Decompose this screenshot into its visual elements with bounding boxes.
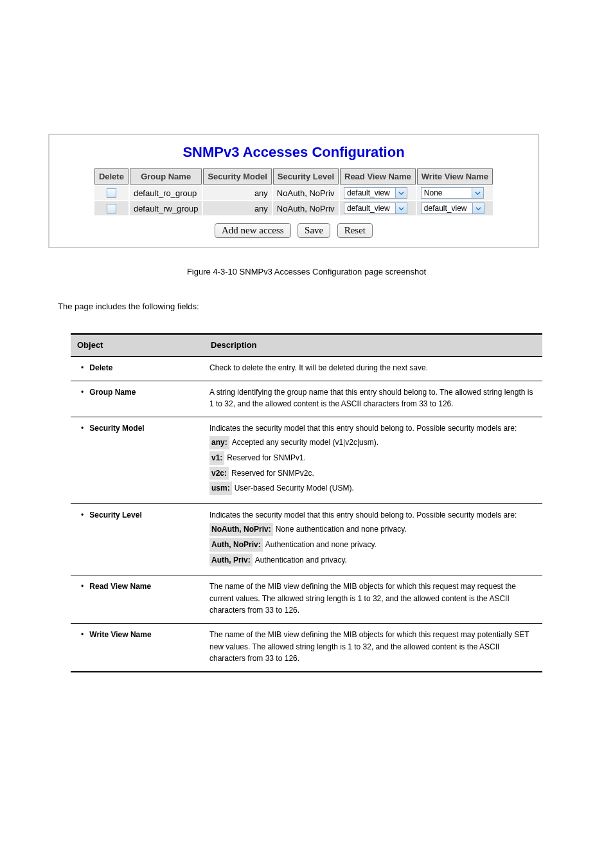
- table-row: default_rw_group any NoAuth, NoPriv defa…: [94, 201, 493, 215]
- cell-security-level: NoAuth, NoPriv: [273, 186, 339, 200]
- col-read-view-name: Read View Name: [340, 168, 416, 185]
- object-name: Write View Name: [89, 630, 151, 639]
- bullet-icon: •: [77, 422, 87, 435]
- header-description: Description: [204, 335, 542, 357]
- write-view-value: default_view: [421, 203, 473, 214]
- table-row: • Write View Name The name of the MIB vi…: [71, 623, 542, 671]
- figure-caption: Figure 4-3-10 SNMPv3 Accesses Configurat…: [58, 267, 555, 276]
- cell-security-level: NoAuth, NoPriv: [273, 201, 339, 215]
- accesses-table: Delete Group Name Security Model Securit…: [93, 167, 494, 217]
- option-text: Reserved for SNMPv1.: [227, 453, 306, 462]
- table-row: • Security Level Indicates the security …: [71, 503, 542, 575]
- add-new-access-button[interactable]: Add new access: [215, 223, 291, 238]
- option-term: Auth, NoPriv:: [209, 538, 263, 552]
- option-text: Authentication and privacy.: [255, 556, 347, 565]
- option-term: v2c:: [209, 467, 229, 480]
- object-name: Security Model: [89, 424, 144, 433]
- option-text: None authentication and none privacy.: [276, 525, 407, 534]
- col-write-view-name: Write View Name: [417, 168, 493, 185]
- option-term: v1:: [209, 451, 224, 465]
- option-term: NoAuth, NoPriv:: [209, 523, 273, 536]
- write-view-value: None: [421, 187, 472, 199]
- option-term: usm:: [209, 482, 232, 495]
- col-group-name: Group Name: [130, 168, 202, 185]
- object-name: Group Name: [89, 388, 136, 397]
- read-view-select[interactable]: default_view: [344, 187, 407, 199]
- col-security-model: Security Model: [203, 168, 271, 185]
- cell-group-name: default_rw_group: [130, 201, 202, 215]
- save-button[interactable]: Save: [298, 223, 330, 238]
- object-name: Read View Name: [89, 582, 151, 591]
- delete-checkbox[interactable]: [107, 204, 116, 213]
- col-security-level: Security Level: [273, 168, 339, 185]
- object-description: Check to delete the entry. It will be de…: [204, 357, 542, 381]
- bullet-icon: •: [77, 581, 87, 593]
- read-view-select[interactable]: default_view: [344, 203, 407, 214]
- reset-button[interactable]: Reset: [337, 223, 373, 238]
- table-row: default_ro_group any NoAuth, NoPriv defa…: [94, 186, 493, 200]
- bullet-icon: •: [77, 386, 87, 399]
- bullet-icon: •: [77, 629, 87, 641]
- option-text: Accepted any security model (v1|v2c|usm)…: [232, 438, 378, 447]
- bullet-icon: •: [77, 362, 87, 374]
- chevron-down-icon: [472, 187, 484, 199]
- table-row: • Read View Name The name of the MIB vie…: [71, 575, 542, 624]
- read-view-value: default_view: [344, 187, 396, 199]
- desc-lead: Indicates the security model that this e…: [209, 511, 517, 520]
- col-delete: Delete: [94, 168, 129, 185]
- option-text: Authentication and none privacy.: [265, 540, 377, 549]
- intro-paragraph: The page includes the following fields:: [58, 300, 555, 314]
- object-name: Security Level: [89, 511, 141, 520]
- chevron-down-icon: [396, 187, 407, 199]
- table-row: • Group Name A string identifying the gr…: [71, 381, 542, 417]
- object-description: Indicates the security model that this e…: [204, 417, 542, 503]
- write-view-select[interactable]: None: [421, 187, 484, 199]
- chevron-down-icon: [473, 203, 484, 214]
- option-term: any:: [209, 436, 229, 449]
- option-text: Reserved for SNMPv2c.: [231, 469, 314, 478]
- object-name: Delete: [89, 363, 112, 372]
- cell-security-model: any: [203, 186, 271, 200]
- read-view-value: default_view: [344, 203, 396, 214]
- cell-security-model: any: [203, 201, 271, 215]
- object-description: Indicates the security model that this e…: [204, 503, 542, 575]
- delete-checkbox[interactable]: [107, 188, 116, 198]
- object-description-table: Object Description • Delete Check to del…: [71, 333, 542, 673]
- panel-title: SNMPv3 Accesses Configuration: [49, 135, 538, 167]
- object-description: The name of the MIB view defining the MI…: [204, 623, 542, 671]
- table-row: • Delete Check to delete the entry. It w…: [71, 357, 542, 381]
- object-description: A string identifying the group name that…: [204, 381, 542, 417]
- bullet-icon: •: [77, 509, 87, 521]
- header-object: Object: [71, 335, 204, 357]
- option-term: Auth, Priv:: [209, 554, 253, 567]
- table-row: • Security Model Indicates the security …: [71, 417, 542, 503]
- desc-lead: Indicates the security model that this e…: [209, 424, 517, 433]
- config-panel: SNMPv3 Accesses Configuration Delete Gro…: [48, 134, 539, 248]
- option-text: User-based Security Model (USM).: [235, 484, 354, 493]
- object-description: The name of the MIB view defining the MI…: [204, 575, 542, 624]
- write-view-select[interactable]: default_view: [421, 203, 484, 214]
- cell-group-name: default_ro_group: [130, 186, 202, 200]
- chevron-down-icon: [396, 203, 407, 214]
